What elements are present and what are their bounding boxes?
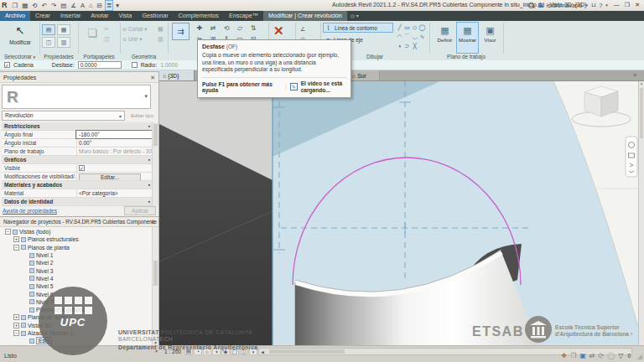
drawing-canvas[interactable] [159, 81, 638, 345]
offset-button[interactable]: ⇉ [172, 23, 190, 40]
tree-item-nivel-4[interactable]: −Nivel 4 [2, 275, 153, 282]
tree-expander-icon[interactable]: − [13, 330, 19, 336]
close-icon[interactable]: ✕ [150, 72, 155, 83]
properties-palette-icon[interactable]: ▤ [42, 24, 55, 35]
chevron-down-icon[interactable]: ▾ [605, 3, 608, 8]
tree-expander-icon[interactable]: − [5, 229, 11, 235]
property-group-header[interactable]: Gráficos▪ [2, 156, 153, 164]
canvas-vertical-scrollbar[interactable]: ▲ [638, 81, 644, 345]
panel-label-propiedades[interactable]: Propiedades [39, 54, 78, 60]
open-icon[interactable]: ❒ [12, 1, 19, 10]
user-name[interactable]: isidro.navarro [547, 3, 582, 8]
view-tab-list-icon[interactable]: ≡ [633, 70, 636, 80]
draw-fillet-arc-icon[interactable]: ⌒ [403, 32, 411, 41]
view-tab-3d[interactable]: ⌂ {3D} [159, 70, 195, 80]
draw-rectangle-icon[interactable]: ▭ [403, 23, 411, 32]
draw-line-icon[interactable]: ╱ [396, 23, 403, 32]
select-toggle-icon[interactable]: ◯ [607, 352, 615, 359]
chevron-down-icon[interactable]: ▾ [585, 3, 588, 8]
background-processes-icon[interactable]: ⟳ [599, 352, 605, 359]
paste-icon[interactable]: ❏ [84, 23, 101, 45]
desfase-input[interactable]: 0.0000 [78, 61, 122, 69]
unir-button[interactable]: ⊙ Unir ▾ [122, 34, 158, 44]
property-group-header[interactable]: Datos de identidad▪ [2, 198, 153, 206]
search-icon[interactable] [528, 3, 534, 8]
tree-item-vistas-todo-[interactable]: −Vistas (todo) [2, 228, 153, 235]
facade-white-surface[interactable] [553, 81, 638, 327]
sync-icon[interactable]: ⟲ [31, 1, 38, 10]
family-types-icon[interactable]: ◫ [42, 37, 55, 48]
copy-icon[interactable]: ⇄ [206, 23, 220, 34]
properties-header[interactable]: Propiedades ✕ [0, 72, 158, 83]
undo-icon[interactable]: ↶ [41, 1, 48, 10]
property-value[interactable]: <Por categoría> [76, 189, 153, 197]
app-store-icon[interactable]: ⊔ [591, 2, 595, 8]
show-workplane-button[interactable]: ▦Mostrar [457, 23, 478, 53]
close-icon[interactable]: ✕ [150, 217, 155, 227]
tree-item-nivel-1[interactable]: −Nivel 1 [2, 251, 153, 259]
edit-button[interactable]: Editar... [79, 173, 141, 181]
restore-button[interactable]: ❐ [622, 2, 632, 8]
editable-only-icon[interactable]: ❐ [570, 352, 576, 359]
edit-type-button[interactable]: Editar tipo [127, 111, 158, 121]
draw-circle-icon[interactable]: ◯ [418, 23, 426, 32]
help-icon[interactable]: ? [599, 3, 602, 8]
property-group-header[interactable]: Materiales y acabados▪ [2, 181, 153, 189]
panel-label-seleccionar[interactable]: Seleccionar ▾ [0, 54, 39, 60]
draw-tangent-arc-icon[interactable]: ◡ [411, 32, 418, 41]
ribbon-tab-insertar[interactable]: Insertar [55, 11, 86, 21]
unjoin-geometry-icon[interactable]: ▥ [158, 36, 164, 43]
ribbon-tab-enscape-[interactable]: Enscape™ [224, 11, 263, 21]
cortar-button[interactable]: ⊘ Cortar ▾ [122, 24, 158, 34]
properties-help-link[interactable]: Ayuda de propiedades [3, 208, 57, 214]
property-value[interactable]: -180.00° [76, 131, 153, 138]
close-button[interactable]: ✕ [632, 2, 642, 8]
family-category-icon[interactable]: ▦ [57, 24, 70, 35]
revit-logo[interactable]: R [2, 1, 8, 9]
thin-lines-icon[interactable]: ≣ [106, 1, 112, 10]
measure-angle-icon[interactable]: ∠ [300, 26, 305, 33]
move-icon[interactable]: ✚ [193, 23, 206, 34]
define-workplane-button[interactable]: ▦Definir [434, 23, 455, 53]
tree-item-nivel-3[interactable]: −Nivel 3 [2, 266, 153, 274]
tree-expander-icon[interactable]: + [13, 236, 19, 242]
ribbon-tab-crear[interactable]: Crear [30, 11, 55, 21]
draw-pick-lines-icon[interactable]: ╳ [411, 41, 418, 50]
scroll-left-icon[interactable]: ◀ [261, 349, 264, 354]
scroll-up-icon[interactable]: ▲ [639, 81, 644, 85]
panel-label-portapapeles[interactable]: Portapapeles [78, 54, 120, 60]
property-value[interactable]: ✓ [76, 164, 153, 172]
visibility-settings-icon[interactable]: ▥ [57, 37, 70, 48]
browser-scrollbar[interactable]: ▼ [152, 227, 158, 345]
visible-checkbox[interactable]: ✓ [79, 165, 85, 171]
draw-ellipse-icon[interactable]: ◖ [396, 41, 403, 50]
exclude-options-icon[interactable]: ⇄ [589, 352, 595, 359]
section-icon[interactable]: ⊟ [96, 1, 103, 10]
navigation-bar[interactable] [626, 137, 637, 177]
modify-button[interactable]: ↖ Modificar [3, 23, 37, 53]
ribbon-tab-anotar[interactable]: Anotar [86, 11, 113, 21]
minimize-button[interactable]: — [611, 2, 622, 8]
boundary-line-button[interactable]: ⌊ Línea de contorno [323, 23, 393, 33]
apply-button[interactable]: Aplicar [124, 206, 156, 215]
new-tab-icon[interactable]: ◎ ▾ [347, 11, 362, 21]
design-options-icon[interactable]: ▣ [579, 352, 586, 359]
print-icon[interactable]: ▤ [60, 1, 67, 10]
save-icon[interactable]: ▦ [21, 1, 29, 10]
property-value[interactable]: Editar... [76, 173, 153, 180]
redo-icon[interactable]: ↷ [50, 1, 57, 10]
type-name-dropdown[interactable]: Revolución ▾ [2, 111, 125, 121]
draw-polygon-icon[interactable]: ◇ [411, 23, 418, 32]
mirror-icon[interactable]: ▱ [233, 23, 247, 34]
draw-spline-icon[interactable]: ∿ [418, 32, 426, 41]
tree-item-planos-estructurales[interactable]: +Planos estructurales [2, 235, 153, 243]
filter-icon[interactable]: ▽ [618, 352, 623, 359]
panel-label-geometria[interactable]: Geometría [120, 54, 168, 60]
project-browser-header[interactable]: Navegador de proyectos - RV.S4.DR.PR5 Cu… [0, 217, 158, 227]
text-icon[interactable]: A [80, 1, 86, 10]
join-geometry-icon[interactable]: ▦ [158, 26, 164, 33]
tree-item-planos-de-planta[interactable]: −Planos de planta [2, 244, 153, 251]
default-3d-view-icon[interactable]: ⌂ [88, 1, 94, 10]
viewer-workplane-button[interactable]: ▣Visor [480, 23, 501, 53]
property-group-header[interactable]: Restricciones▪ [2, 122, 153, 131]
